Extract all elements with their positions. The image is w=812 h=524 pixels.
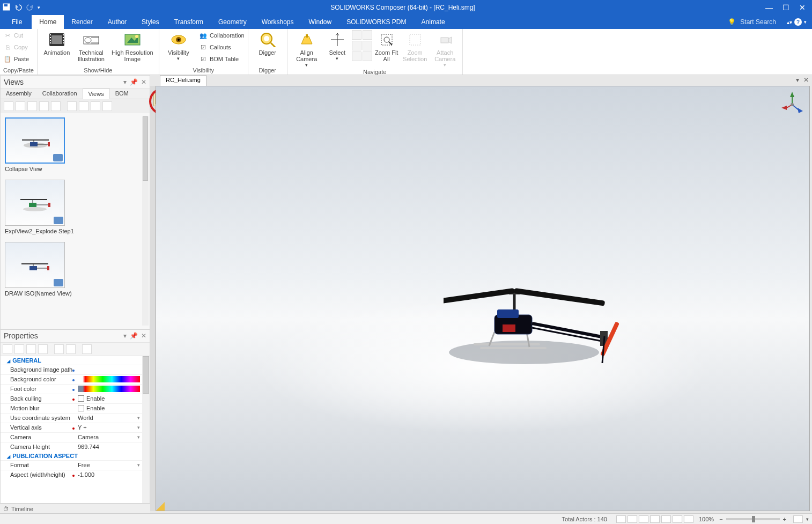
views-scrollbar[interactable] bbox=[142, 116, 149, 326]
tab-geometry[interactable]: Geometry bbox=[211, 15, 254, 29]
category-general[interactable]: GENERAL bbox=[1, 356, 150, 365]
prop-format[interactable]: FormatFree▾ bbox=[1, 460, 150, 470]
view-item-explode[interactable]: ExplView2_Explode Step1 bbox=[5, 180, 145, 234]
bom-table-button[interactable]: ☑BOM Table bbox=[199, 54, 245, 64]
view-thumbnail[interactable] bbox=[5, 117, 65, 164]
status-tool-5[interactable] bbox=[661, 515, 671, 523]
view-thumbnail[interactable] bbox=[5, 180, 65, 226]
views-tool-1[interactable] bbox=[4, 101, 13, 111]
prop-tool-6[interactable] bbox=[66, 344, 76, 354]
nav-tool-6[interactable] bbox=[363, 51, 372, 61]
prop-bg-color[interactable]: Background color bbox=[1, 374, 150, 384]
prop-tool-2[interactable] bbox=[14, 344, 24, 354]
status-fit-button[interactable] bbox=[793, 515, 803, 523]
prop-tool-4[interactable] bbox=[38, 344, 48, 354]
pane-close-icon[interactable]: ✕ bbox=[141, 332, 146, 340]
view-thumbnail[interactable] bbox=[5, 242, 65, 288]
prop-foot-color[interactable]: Foot color bbox=[1, 384, 150, 394]
tab-collaboration[interactable]: Collaboration bbox=[37, 88, 83, 99]
doc-restore-icon[interactable]: ▾ bbox=[796, 76, 799, 84]
tab-workshops[interactable]: Workshops bbox=[254, 15, 301, 29]
tab-window[interactable]: Window bbox=[301, 15, 339, 29]
redo-icon[interactable] bbox=[26, 3, 34, 13]
doc-close-icon[interactable]: ✕ bbox=[803, 76, 809, 84]
prop-tool-5[interactable] bbox=[54, 344, 64, 354]
paste-button[interactable]: 📋Paste bbox=[3, 54, 29, 64]
collaboration-button[interactable]: 👥Collaboration bbox=[199, 30, 245, 41]
zoom-selection-button[interactable]: Zoom Selection bbox=[401, 30, 429, 62]
prop-motion-blur[interactable]: Motion blurEnable bbox=[1, 403, 150, 413]
view-item-drawiso[interactable]: DRAW ISO(Named View) bbox=[5, 242, 145, 297]
views-tool-6[interactable] bbox=[67, 101, 77, 111]
dropdown-icon[interactable]: ▾ bbox=[137, 425, 140, 430]
save-icon[interactable] bbox=[2, 3, 11, 13]
views-scroll-thumb[interactable] bbox=[143, 116, 148, 181]
zoom-slider[interactable] bbox=[726, 518, 780, 520]
views-tool-3[interactable] bbox=[27, 101, 37, 111]
prop-tool-3[interactable] bbox=[26, 344, 36, 354]
color-picker-strip[interactable] bbox=[78, 376, 140, 382]
dropdown-icon[interactable]: ▾ bbox=[137, 462, 140, 468]
attach-camera-button[interactable]: Attach Camera▾ bbox=[431, 30, 459, 68]
pane-options-icon[interactable]: ▾ bbox=[123, 332, 127, 340]
zoom-in-button[interactable]: + bbox=[783, 516, 786, 522]
visibility-button[interactable]: Visibility▾ bbox=[163, 30, 195, 61]
status-tool-2[interactable] bbox=[628, 515, 637, 523]
views-tool-8[interactable] bbox=[91, 101, 100, 111]
nav-tool-4[interactable] bbox=[363, 41, 372, 50]
status-tool-7[interactable] bbox=[684, 515, 693, 523]
nav-tool-1[interactable] bbox=[352, 30, 361, 40]
status-tool-1[interactable] bbox=[616, 515, 626, 523]
pane-pin-icon[interactable]: 📌 bbox=[130, 78, 138, 86]
views-tool-7[interactable] bbox=[79, 101, 88, 111]
helicopter-model[interactable] bbox=[444, 256, 637, 374]
views-tool-5[interactable] bbox=[51, 101, 61, 111]
tab-styles[interactable]: Styles bbox=[134, 15, 167, 29]
nav-tool-3[interactable] bbox=[352, 41, 361, 50]
pane-options-icon[interactable]: ▾ bbox=[123, 78, 127, 86]
pane-close-icon[interactable]: ✕ bbox=[141, 78, 146, 86]
technical-illustration-button[interactable]: Technical Illustration bbox=[75, 30, 107, 62]
status-tool-3[interactable] bbox=[639, 515, 648, 523]
views-tool-4[interactable] bbox=[39, 101, 49, 111]
tab-animate[interactable]: Animate bbox=[414, 15, 453, 29]
tab-views[interactable]: Views bbox=[83, 88, 110, 99]
tab-pdm[interactable]: SOLIDWORKS PDM bbox=[339, 15, 414, 29]
nav-tool-2[interactable] bbox=[363, 30, 372, 40]
view-item-collapse[interactable]: Collapse View bbox=[5, 117, 145, 172]
tab-bom[interactable]: BOM bbox=[110, 88, 134, 99]
select-button[interactable]: Select▾ bbox=[325, 30, 350, 61]
dropdown-icon[interactable]: ▾ bbox=[137, 415, 140, 420]
tab-author[interactable]: Author bbox=[100, 15, 134, 29]
prop-back-culling[interactable]: Back cullingEnable bbox=[1, 394, 150, 403]
prop-bg-image[interactable]: Background image path bbox=[1, 365, 150, 374]
view-triad-icon[interactable] bbox=[779, 90, 805, 115]
search-box[interactable]: 💡 Start Search bbox=[728, 15, 787, 29]
tab-file[interactable]: File bbox=[2, 15, 32, 29]
views-tool-9[interactable] bbox=[102, 101, 112, 111]
zoom-out-button[interactable]: − bbox=[719, 516, 722, 522]
help-icon[interactable]: ? bbox=[794, 18, 802, 26]
status-dropdown-icon[interactable]: ▾ bbox=[806, 516, 809, 522]
nav-tool-5[interactable] bbox=[352, 51, 361, 61]
close-button[interactable]: ✕ bbox=[799, 3, 806, 12]
timeline-tab[interactable]: ⏱ Timeline bbox=[0, 504, 150, 513]
properties-scroll-thumb[interactable] bbox=[143, 356, 149, 394]
tab-home[interactable]: Home bbox=[32, 15, 64, 29]
digger-button[interactable]: Digger bbox=[252, 30, 284, 56]
collapse-ribbon-icon[interactable]: ▴▾ bbox=[787, 19, 792, 25]
prop-camera-height[interactable]: Camera Height969.744 bbox=[1, 442, 150, 452]
color-picker-strip[interactable] bbox=[78, 386, 140, 392]
undo-icon[interactable] bbox=[14, 3, 23, 13]
zoom-slider-handle[interactable] bbox=[752, 516, 755, 522]
cut-button[interactable]: ✂Cut bbox=[3, 30, 29, 41]
help-dropdown-icon[interactable]: ▾ bbox=[804, 19, 807, 25]
status-tool-6[interactable] bbox=[673, 515, 682, 523]
status-tool-4[interactable] bbox=[650, 515, 660, 523]
maximize-button[interactable]: ☐ bbox=[783, 3, 789, 12]
minimize-button[interactable]: — bbox=[765, 3, 773, 12]
checkbox[interactable] bbox=[78, 395, 84, 402]
properties-scrollbar[interactable] bbox=[142, 356, 150, 503]
checkbox[interactable] bbox=[78, 405, 84, 411]
prop-tool-7[interactable] bbox=[82, 344, 92, 354]
